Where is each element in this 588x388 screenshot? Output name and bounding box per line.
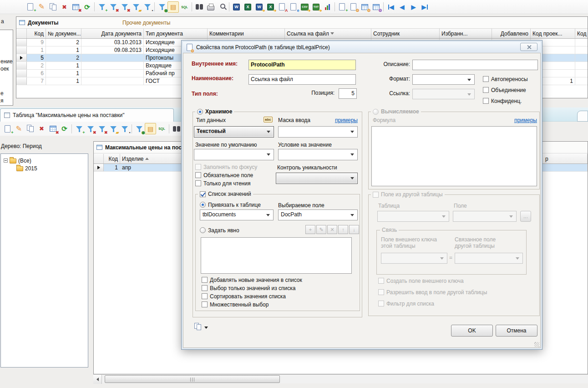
toolbar-button-export-pdf[interactable]: A: [276, 1, 288, 13]
toolbar-button-tree-view[interactable]: ▤: [145, 123, 156, 134]
cancel-button[interactable]: Отмена: [496, 325, 537, 337]
toolbar-button-copy[interactable]: [47, 1, 59, 13]
format-select[interactable]: [412, 74, 475, 85]
toolbar-button-chart[interactable]: [322, 1, 333, 13]
toolbar-button-refresh[interactable]: ⟳: [59, 123, 70, 134]
toolbar-button-filter-remove[interactable]: ✖: [107, 1, 119, 13]
list-add-button[interactable]: +: [305, 225, 315, 234]
column-header-Ссылка на файл[interactable]: Ссылка на файл: [285, 29, 371, 38]
column-header-Код[interactable]: Код: [104, 154, 120, 163]
toolbar-button-filter-view[interactable]: ◉: [133, 123, 145, 134]
description-input[interactable]: [412, 60, 538, 70]
toolbar-button-form-settings[interactable]: ⚙: [348, 1, 359, 13]
column-header-Код[interactable]: Код: [575, 29, 588, 38]
required-checkbox[interactable]: [195, 172, 201, 178]
merge-option[interactable]: Объединение: [483, 87, 526, 93]
column-header-Комментарии[interactable]: Комментарии: [208, 29, 285, 38]
toolbar-button-send-word[interactable]: W➔: [253, 1, 265, 13]
column-header-Дата документа[interactable]: Дата документа: [81, 29, 144, 38]
tree-node-(Все)[interactable]: (Все): [1, 157, 88, 164]
toolbar-button-sql-view[interactable]: SQL: [156, 123, 167, 134]
toolbar-button-nav-next[interactable]: ▶: [408, 1, 419, 13]
toolbar-button-filter-save[interactable]: ▪: [119, 123, 130, 134]
toolbar-button-view-settings[interactable]: ⚙: [370, 1, 382, 13]
toolbar-button-filter-remove-all[interactable]: ✖: [119, 1, 130, 13]
toolbar-button-print[interactable]: [205, 1, 216, 13]
toolbar-button-send-excel[interactable]: X➔: [265, 1, 276, 13]
explicit-radio[interactable]: [200, 227, 206, 233]
toolbar-button-add-record[interactable]: +: [25, 1, 36, 13]
toolbar-button-filter-open[interactable]: ▰: [107, 123, 119, 134]
toolbar-button-delete-table[interactable]: ✖: [47, 123, 59, 134]
column-header-Избранн...[interactable]: Избранн...: [440, 29, 492, 38]
select-field-select[interactable]: DocPath: [278, 209, 358, 220]
confidential-checkbox[interactable]: [483, 98, 489, 104]
data-type-select[interactable]: Текстовый: [194, 126, 274, 138]
ok-button[interactable]: OK: [451, 325, 493, 337]
toolbar-button-sql-view[interactable]: SQL: [179, 1, 190, 13]
sort-values-checkbox[interactable]: [202, 293, 208, 299]
value-list-checkbox[interactable]: [200, 191, 206, 197]
only-list-option[interactable]: Выбор только значений из списка: [202, 285, 295, 291]
multi-select-checkbox[interactable]: [202, 301, 208, 307]
toolbar-button-filter-remove[interactable]: ✖: [85, 123, 96, 134]
toolbar-button-export-html[interactable]: e: [288, 1, 299, 13]
autowrap-option[interactable]: Автопереносы: [483, 76, 528, 82]
value-list-option[interactable]: Список значений: [198, 191, 253, 197]
explicit-values-list[interactable]: [201, 237, 352, 274]
toolbar-button-nav-prev[interactable]: ◀: [396, 1, 408, 13]
required-option[interactable]: Обязательное поле: [195, 172, 253, 179]
toolbar-button-filter-add[interactable]: +: [96, 1, 107, 13]
toolbar-button-export-word[interactable]: W: [231, 1, 242, 13]
condition-select[interactable]: [278, 149, 358, 160]
toolbar-button-delete[interactable]: ✖: [36, 123, 47, 134]
toolbar-button-edit[interactable]: ✎: [13, 123, 25, 134]
close-button[interactable]: [520, 43, 537, 51]
toolbar-button-refresh[interactable]: ⟳: [81, 1, 93, 13]
toolbar-button-filter-save[interactable]: ▪: [142, 1, 153, 13]
bind-table-select[interactable]: tblDocuments: [200, 209, 274, 220]
toolbar-button-edit[interactable]: ✎: [36, 1, 47, 13]
toolbar-button-filter-view[interactable]: ◉: [156, 1, 167, 13]
toolbar-button-export-txt[interactable]: TXT➔: [310, 1, 322, 13]
list-move-up-button[interactable]: ↑: [338, 225, 348, 234]
bind-table-radio[interactable]: [200, 202, 206, 208]
toolbar-button-row-settings[interactable]: +: [336, 1, 348, 13]
formula-examples-link[interactable]: примеры: [506, 117, 537, 123]
toolbar-button-tree-view[interactable]: ▤: [167, 1, 179, 13]
toolbar-button-table-settings[interactable]: ⚙: [359, 1, 370, 13]
toolbar-button-filter-add[interactable]: +: [73, 123, 85, 134]
stored-option[interactable]: Хранимое: [195, 108, 234, 115]
formula-input[interactable]: [371, 126, 537, 186]
column-header[interactable]: [94, 154, 104, 163]
only-list-checkbox[interactable]: [202, 285, 208, 291]
merge-checkbox[interactable]: [483, 87, 489, 93]
toolbar-button-export-excel[interactable]: X: [242, 1, 253, 13]
column-header-Код проек...[interactable]: Код проек...: [531, 29, 575, 38]
column-header[interactable]: [16, 29, 27, 38]
resize-grip[interactable]: [534, 342, 539, 347]
scroll-left-button[interactable]: [93, 375, 102, 384]
internal-name-input[interactable]: ProtocolPath: [248, 60, 356, 70]
readonly-checkbox[interactable]: [195, 180, 201, 186]
copy-settings-button[interactable]: [194, 323, 208, 331]
explicit-option[interactable]: Задать явно: [200, 227, 239, 234]
unique-control-select[interactable]: [276, 173, 358, 184]
toolbar-button-filter-open[interactable]: ▰: [130, 1, 142, 13]
toolbar-button-delete[interactable]: ✖: [59, 1, 70, 13]
toolbar-button-find[interactable]: [193, 1, 205, 13]
confidential-option[interactable]: Конфиденц.: [483, 97, 522, 104]
list-delete-button[interactable]: ✕: [327, 225, 337, 234]
list-move-down-button[interactable]: ↓: [349, 225, 359, 234]
column-header-Код[interactable]: Код: [27, 29, 46, 38]
column-header-Тип документа[interactable]: Тип документа: [144, 29, 208, 38]
toolbar-button-add-record[interactable]: +: [2, 123, 13, 134]
horizontal-scrollbar[interactable]: [93, 374, 588, 383]
column-header-Сотрудник[interactable]: Сотрудник: [371, 29, 440, 38]
bind-table-option[interactable]: Привязать к таблице: [200, 201, 261, 208]
tree-expander-icon[interactable]: [4, 158, 8, 163]
readonly-option[interactable]: Только для чтения: [195, 180, 250, 187]
toolbar-button-copy[interactable]: [25, 123, 36, 134]
toolbar-button-export-csv[interactable]: CSV➔: [299, 1, 310, 13]
position-input[interactable]: 5: [339, 88, 357, 99]
